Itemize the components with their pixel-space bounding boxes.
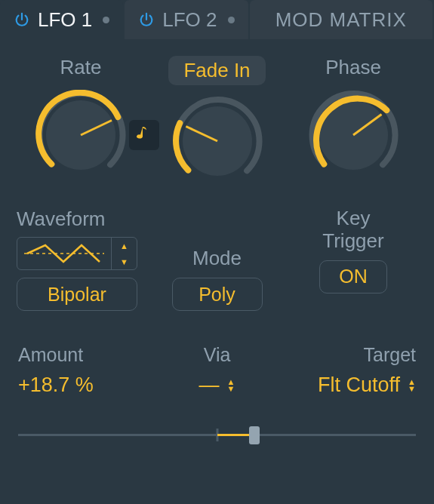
tab-bar: LFO 1 LFO 2 MOD MATRIX (0, 0, 434, 39)
amount-section: Amount +18.7 % (18, 344, 146, 397)
phase-knob[interactable] (308, 90, 399, 180)
fadein-section: Fade In (153, 56, 282, 186)
fadein-label: Fade In (168, 56, 265, 85)
target-value-text: Flt Cutoff (318, 373, 400, 397)
phase-section: Phase (289, 56, 417, 180)
updown-icon: ▲▼ (408, 379, 416, 392)
knob-row: Rate Fade In (17, 56, 417, 186)
keytrigger-section: Key Trigger ON (289, 207, 417, 311)
mode-label: Mode (192, 247, 242, 270)
polarity-button[interactable]: Bipolar (17, 278, 137, 311)
tab-lfo1-label: LFO 1 (38, 8, 92, 32)
keytrigger-label-2: Trigger (322, 229, 383, 252)
amount-label: Amount (18, 344, 83, 366)
fadein-knob[interactable] (172, 96, 263, 186)
amount-value-text: +18.7 % (18, 373, 94, 397)
rate-label: Rate (60, 56, 102, 79)
amount-slider-row (17, 424, 417, 447)
tab-indicator-dot (103, 17, 109, 23)
waveform-label: Waveform (17, 207, 106, 231)
tab-indicator-dot (228, 17, 235, 23)
amount-value[interactable]: +18.7 % (18, 373, 94, 397)
target-section: Target Flt Cutoff ▲▼ (288, 344, 416, 397)
waveform-stepper[interactable]: ▲ ▼ (111, 238, 137, 269)
via-label: Via (204, 344, 231, 366)
waveform-select[interactable]: ▲ ▼ (17, 237, 137, 270)
target-label: Target (364, 344, 416, 366)
tab-mod-label: MOD MATRIX (275, 8, 407, 32)
via-select[interactable]: — ▲▼ (199, 373, 235, 397)
rate-knob[interactable] (35, 90, 126, 180)
updown-icon: ▲▼ (227, 379, 235, 392)
via-value-text: — (199, 373, 220, 397)
via-section: Via — ▲▼ (153, 344, 282, 397)
chevron-down-icon[interactable]: ▼ (112, 254, 137, 269)
amount-slider[interactable] (18, 424, 416, 447)
keytrigger-value: ON (339, 266, 368, 287)
phase-label: Phase (325, 56, 381, 79)
params-row: Waveform ▲ ▼ Bipolar Mode Po (17, 207, 417, 311)
tab-mod-matrix[interactable]: MOD MATRIX (250, 0, 433, 39)
waveform-section: Waveform ▲ ▼ Bipolar (17, 207, 145, 311)
tempo-sync-button[interactable] (129, 120, 159, 150)
rate-section: Rate (17, 56, 145, 180)
music-note-icon (137, 124, 152, 146)
mode-button[interactable]: Poly (172, 278, 263, 311)
tab-lfo2[interactable]: LFO 2 (125, 0, 248, 39)
chevron-up-icon[interactable]: ▲ (112, 238, 137, 254)
mode-value: Poly (199, 284, 235, 306)
power-icon[interactable] (138, 11, 155, 28)
lfo-panel: Rate Fade In (0, 39, 434, 456)
routing-row: Amount +18.7 % Via — ▲▼ Target Flt Cutof… (17, 344, 417, 397)
tab-lfo1[interactable]: LFO 1 (0, 0, 123, 39)
keytrigger-button[interactable]: ON (319, 260, 387, 293)
tab-lfo2-label: LFO 2 (162, 8, 217, 32)
target-select[interactable]: Flt Cutoff ▲▼ (318, 373, 416, 397)
mode-section: Mode Poly (153, 207, 282, 311)
power-icon[interactable] (14, 11, 30, 28)
slider-thumb[interactable] (249, 426, 260, 444)
keytrigger-label-1: Key (337, 207, 371, 229)
waveform-preview-icon (17, 238, 111, 269)
polarity-value: Bipolar (48, 284, 106, 306)
